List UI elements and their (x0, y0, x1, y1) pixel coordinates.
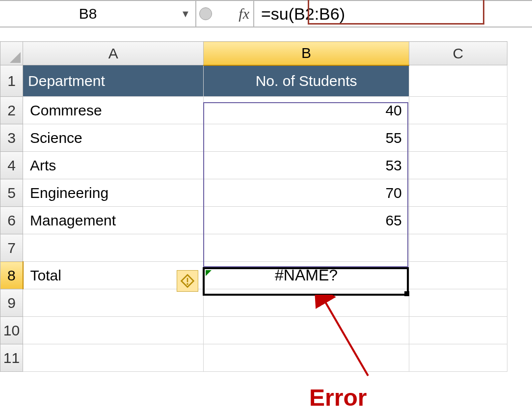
row-header-8[interactable]: 8 (0, 262, 23, 289)
name-box[interactable]: B8 ▼ (0, 1, 196, 27)
cell-b5[interactable]: 70 (204, 179, 409, 207)
row-header-3[interactable]: 3 (0, 124, 23, 152)
cell-c8[interactable] (409, 262, 507, 289)
cell-a7[interactable] (23, 234, 204, 262)
cell-c5[interactable] (409, 179, 507, 207)
cell-b11[interactable] (204, 344, 409, 372)
cell-c9[interactable] (409, 289, 507, 317)
cell-c4[interactable] (409, 152, 507, 179)
spreadsheet-grid[interactable]: A B C 1 Department No. of Students 2 Com… (0, 41, 507, 372)
cell-a11[interactable] (23, 344, 204, 372)
cell-a9[interactable] (23, 289, 204, 317)
column-header-c[interactable]: C (409, 42, 507, 65)
annotation-label: Error (309, 384, 367, 411)
row-header-9[interactable]: 9 (0, 289, 23, 317)
header-department[interactable]: Department (23, 65, 204, 97)
formula-bar: B8 ▼ fx (0, 0, 532, 28)
warning-icon (180, 274, 195, 288)
header-students[interactable]: No. of Students (204, 65, 409, 97)
row-header-7[interactable]: 7 (0, 234, 23, 262)
cell-c3[interactable] (409, 124, 507, 152)
svg-point-2 (186, 283, 188, 285)
select-all-corner[interactable] (0, 42, 23, 65)
row-header-1[interactable]: 1 (0, 65, 23, 97)
cell-a10[interactable] (23, 317, 204, 344)
cell-a3[interactable]: Science (23, 124, 204, 152)
name-box-value: B8 (0, 5, 176, 22)
column-header-b[interactable]: B (204, 42, 409, 65)
cell-a4[interactable]: Arts (23, 152, 204, 179)
cell-c11[interactable] (409, 344, 507, 372)
cell-c1[interactable] (409, 65, 507, 97)
cell-a5[interactable]: Engineering (23, 179, 204, 207)
row-header-11[interactable]: 11 (0, 344, 23, 372)
cell-c7[interactable] (409, 234, 507, 262)
cell-b2[interactable]: 40 (204, 97, 409, 124)
row-header-10[interactable]: 10 (0, 317, 23, 344)
cell-b8[interactable]: #NAME? (204, 262, 409, 289)
error-smart-tag[interactable] (177, 270, 198, 292)
cell-b7[interactable] (204, 234, 409, 262)
cell-c2[interactable] (409, 97, 507, 124)
cell-c6[interactable] (409, 207, 507, 234)
cell-c10[interactable] (409, 317, 507, 344)
fx-icon[interactable]: fx (215, 1, 254, 27)
cell-a2[interactable]: Commrese (23, 97, 204, 124)
row-header-2[interactable]: 2 (0, 97, 23, 124)
cell-a6[interactable]: Management (23, 207, 204, 234)
formula-input[interactable] (254, 1, 532, 27)
cell-b10[interactable] (204, 317, 409, 344)
cell-b6[interactable]: 65 (204, 207, 409, 234)
cell-b3[interactable]: 55 (204, 124, 409, 152)
row-header-5[interactable]: 5 (0, 179, 23, 207)
row-header-6[interactable]: 6 (0, 207, 23, 234)
row-header-4[interactable]: 4 (0, 152, 23, 179)
cell-b4[interactable]: 53 (204, 152, 409, 179)
cell-b9[interactable] (204, 289, 409, 317)
chevron-down-icon[interactable]: ▼ (176, 8, 195, 20)
column-header-a[interactable]: A (23, 42, 204, 65)
